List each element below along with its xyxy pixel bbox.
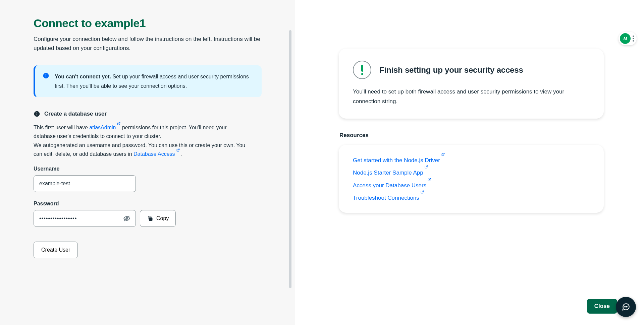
kebab-icon [633, 36, 634, 42]
security-card: Finish setting up your security access Y… [339, 49, 604, 119]
external-link-icon [425, 165, 428, 169]
password-label: Password [34, 201, 262, 207]
resource-link-label: Troubleshoot Connections [353, 192, 419, 204]
external-link-icon [428, 178, 431, 181]
chat-fab-button[interactable] [616, 297, 636, 317]
resource-link-node-driver[interactable]: Get started with the Node.js Driver [353, 154, 445, 167]
banner-text: You can't connect yet. Set up your firew… [55, 72, 252, 90]
svg-line-13 [429, 178, 431, 180]
create-user-description: This first user will have atlasAdmin per… [34, 123, 248, 159]
desc-prefix: This first user will have [34, 125, 89, 130]
desc-line2-suffix: . [181, 151, 182, 157]
username-input[interactable] [34, 175, 136, 192]
svg-point-5 [37, 112, 37, 113]
copy-icon [147, 215, 153, 221]
create-user-button[interactable]: Create User [34, 242, 78, 258]
info-icon [34, 111, 40, 117]
link-atlas-admin-label: atlasAdmin [89, 123, 116, 132]
svg-line-14 [422, 191, 424, 192]
resource-link-troubleshoot[interactable]: Troubleshoot Connections [353, 192, 424, 204]
resource-link-label: Node.js Starter Sample App [353, 167, 423, 179]
brand-logo-icon: M [620, 33, 631, 44]
chat-icon [622, 303, 630, 311]
link-atlas-admin[interactable]: atlasAdmin [89, 123, 120, 132]
password-group: Password Copy [34, 201, 262, 227]
page-subtitle: Configure your connection below and foll… [34, 35, 262, 53]
security-card-body: You'll need to set up both firewall acce… [353, 87, 590, 107]
eye-off-icon [123, 215, 130, 222]
svg-line-7 [178, 149, 179, 150]
svg-line-6 [119, 122, 120, 124]
svg-rect-10 [149, 218, 152, 221]
copy-password-button[interactable]: Copy [140, 210, 176, 227]
panel-divider [289, 30, 291, 288]
resource-link-label: Access your Database Users [353, 179, 426, 192]
right-panel: Finish setting up your security access Y… [295, 0, 644, 325]
create-user-section-title: Create a database user [44, 111, 107, 117]
link-database-access-label: Database Access [133, 150, 175, 158]
security-card-title: Finish setting up your security access [379, 65, 523, 75]
svg-rect-4 [37, 114, 37, 116]
password-input[interactable] [34, 210, 136, 227]
banner-lead: You can't connect yet. [55, 74, 111, 79]
username-group: Username [34, 166, 262, 192]
resources-heading: Resources [339, 132, 604, 139]
external-link-icon [441, 153, 445, 156]
page-title: Connect to example1 [34, 17, 262, 30]
svg-point-2 [46, 74, 46, 75]
toggle-password-visibility-button[interactable] [121, 213, 132, 224]
info-banner: You can't connect yet. Set up your firew… [34, 65, 262, 97]
create-user-header: Create a database user [34, 111, 262, 117]
svg-point-15 [625, 306, 625, 307]
resources-card: Get started with the Node.js Driver Node… [339, 145, 604, 213]
external-link-icon [421, 190, 424, 194]
floating-brand-badge[interactable]: M [619, 32, 637, 45]
close-button[interactable]: Close [587, 299, 617, 314]
info-icon [43, 72, 49, 79]
external-link-icon [176, 148, 180, 152]
resource-link-db-users[interactable]: Access your Database Users [353, 179, 431, 192]
copy-label: Copy [156, 215, 169, 221]
svg-line-12 [426, 166, 428, 167]
svg-rect-1 [46, 75, 46, 77]
alert-badge-icon [353, 61, 371, 79]
link-database-access[interactable]: Database Access [133, 150, 180, 158]
resource-link-starter-app[interactable]: Node.js Starter Sample App [353, 167, 428, 179]
username-label: Username [34, 166, 262, 172]
external-link-icon [117, 122, 120, 125]
resource-link-label: Get started with the Node.js Driver [353, 154, 440, 167]
svg-point-16 [627, 306, 627, 307]
left-panel: Connect to example1 Configure your conne… [0, 0, 295, 325]
svg-line-11 [443, 153, 444, 155]
